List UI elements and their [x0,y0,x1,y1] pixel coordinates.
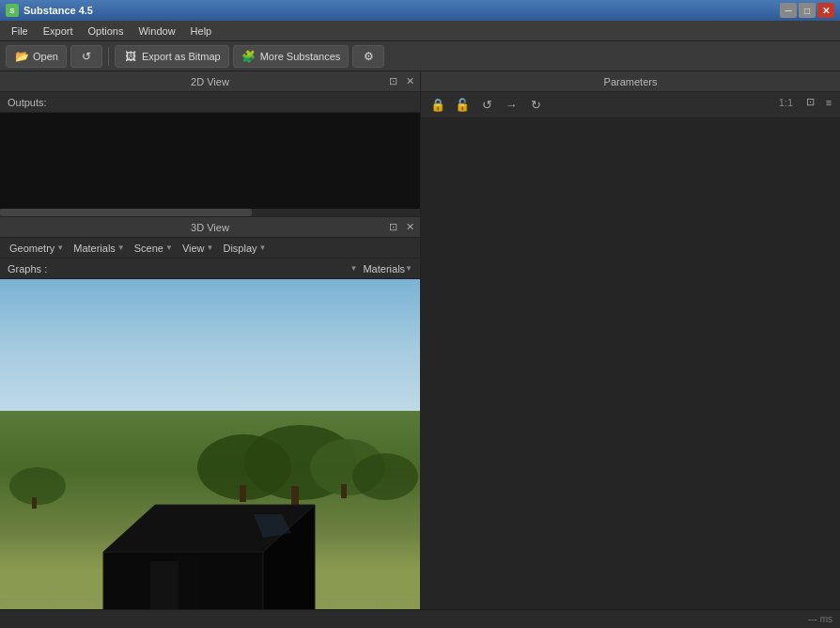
scene-svg [0,279,420,609]
svg-point-7 [352,453,418,500]
app-icon: S [6,4,19,17]
menu-options[interactable]: Options [81,24,132,39]
svg-rect-8 [32,497,37,509]
3d-view-header: 3D View ⊡ ✕ [0,217,420,238]
2d-view-panel: 2D View ⊡ ✕ Outputs: 1:1 ⊡ ≡ [0,71,420,217]
3d-view-controls: ⊡ ✕ [386,221,416,234]
main-toolbar: 📂 Open ↺ 🖼 Export as Bitmap 🧩 More Subst… [0,41,840,71]
export-icon: 🖼 [123,49,138,64]
3d-view-toolbar: Geometry ▼ Materials ▼ Scene ▼ View ▼ Di… [0,238,420,259]
refresh-button[interactable]: ↺ [70,45,102,68]
materials-arrow: ▼ [117,243,125,252]
maximize-button[interactable]: □ [799,3,816,18]
export-label: Export as Bitmap [142,51,221,62]
geometry-menu[interactable]: Geometry ▼ [6,243,68,254]
svg-marker-32 [174,557,202,609]
menu-window[interactable]: Window [131,24,182,39]
parameters-title: Parameters [604,76,658,87]
3d-view-title: 3D View [191,222,229,233]
menu-export[interactable]: Export [36,24,81,39]
outputs-label: Outputs: [8,97,47,108]
svg-rect-4 [341,484,347,498]
menu-file[interactable]: File [4,24,36,39]
graphs-arrow: ▼ [350,264,357,273]
toolbar-separator [108,47,109,66]
puzzle-icon: 🧩 [241,49,257,64]
unlock-icon[interactable]: 🔓 [453,96,472,115]
parameters-body [421,118,840,609]
2d-view-close-button[interactable]: ✕ [403,75,416,88]
open-label: Open [33,51,58,62]
graphs-bar: Graphs : ▼ Materials ▼ [0,259,420,279]
outputs-bar: Outputs: 1:1 ⊡ ≡ [0,92,420,113]
settings-icon: ⚙ [361,49,376,64]
2d-view-scrollbar[interactable] [0,209,420,216]
left-panel: 2D View ⊡ ✕ Outputs: 1:1 ⊡ ≡ [0,71,421,609]
window-controls: ─ □ ✕ [780,3,834,18]
main-content: 2D View ⊡ ✕ Outputs: 1:1 ⊡ ≡ [0,71,840,609]
more-substances-button[interactable]: 🧩 More Substances [233,45,350,68]
svg-point-6 [9,467,66,505]
refresh-icon: ↺ [79,49,94,64]
view-icon-extra[interactable]: ≡ [821,95,836,110]
app-title: Substance 4.5 [23,5,780,16]
scene-menu[interactable]: Scene ▼ [131,243,177,254]
title-bar: S Substance 4.5 ─ □ ✕ [0,0,840,21]
ratio-label: 1:1 [779,97,793,108]
parameters-header: Parameters [421,71,840,92]
geometry-arrow: ▼ [56,243,64,252]
reset-icon[interactable]: ↺ [477,96,496,115]
minimize-button[interactable]: ─ [780,3,797,18]
display-menu[interactable]: Display ▼ [219,243,270,254]
view-icon-save[interactable]: ⊡ [802,95,817,110]
graphs-label: Graphs : [8,263,350,275]
menu-bar: File Export Options Window Help [0,21,840,41]
view-menu[interactable]: View ▼ [179,243,218,254]
materials-bar-arrow: ▼ [405,264,412,273]
3d-view-close-button[interactable]: ✕ [403,221,416,234]
close-button[interactable]: ✕ [817,3,834,18]
status-ms: --- ms [808,614,832,624]
more-label: More Substances [260,51,341,62]
svg-line-26 [376,599,413,609]
2d-view-header: 2D View ⊡ ✕ [0,71,420,92]
open-icon: 📂 [14,49,29,64]
parameters-toolbar: 🔒 🔓 ↺ → ↻ [421,92,840,118]
menu-help[interactable]: Help [183,24,220,39]
display-arrow: ▼ [259,243,267,252]
2d-view-canvas [0,113,420,209]
settings-button[interactable]: ⚙ [352,45,384,68]
svg-rect-3 [291,486,299,505]
materials-menu[interactable]: Materials ▼ [70,243,129,254]
open-button[interactable]: 📂 Open [6,45,67,68]
lock-icon[interactable]: 🔒 [428,96,447,115]
2d-view-float-button[interactable]: ⊡ [386,75,399,88]
forward-icon[interactable]: → [502,96,521,115]
svg-rect-5 [240,485,246,502]
view-icons: ⊡ ≡ [802,95,836,110]
materials-bar-label: Materials [363,263,405,275]
3d-viewport[interactable] [0,279,420,609]
2d-canvas[interactable] [0,113,420,209]
3d-view-panel: 3D View ⊡ ✕ Geometry ▼ Materials ▼ Scene… [0,217,420,609]
2d-view-controls: ⊡ ✕ [386,75,416,88]
right-panel: Parameters 🔒 🔓 ↺ → ↻ [421,71,840,609]
redo-icon[interactable]: ↻ [526,96,545,115]
view-arrow: ▼ [207,243,214,252]
scene-arrow: ▼ [165,243,173,252]
3d-view-float-button[interactable]: ⊡ [386,221,399,234]
2d-view-scrollbar-thumb[interactable] [0,209,252,216]
2d-view-title: 2D View [191,76,229,87]
export-bitmap-button[interactable]: 🖼 Export as Bitmap [115,45,229,68]
status-bar: --- ms [0,609,840,628]
